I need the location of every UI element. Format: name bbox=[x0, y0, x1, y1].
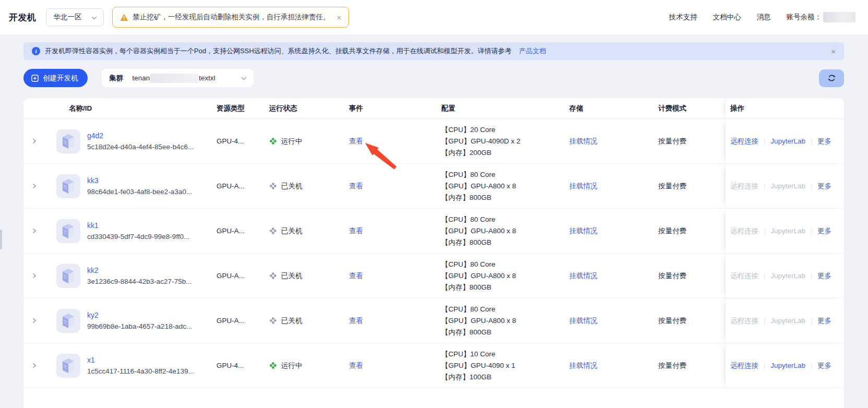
machine-name-link[interactable]: x1 bbox=[87, 356, 194, 364]
view-events-link[interactable]: 查看 bbox=[349, 362, 363, 369]
cluster-filter: 集群 tenan textxl bbox=[102, 69, 254, 87]
config-line: 【内存】800GB bbox=[441, 192, 566, 203]
nav-messages-link[interactable]: 消息 bbox=[757, 13, 771, 22]
config-line: 【CPU】10 Core bbox=[441, 349, 566, 360]
config-cell: 【CPU】80 Core【GPU】GPU-A800 x 8【内存】800GB bbox=[438, 214, 566, 248]
cluster-value-suffix: textxl bbox=[199, 74, 215, 82]
config-line: 【CPU】80 Core bbox=[441, 214, 566, 225]
chevron-down-icon bbox=[241, 74, 247, 82]
config-line: 【GPU】GPU-A800 x 8 bbox=[441, 270, 566, 282]
col-operations: 操作 bbox=[725, 98, 844, 118]
view-events-link[interactable]: 查看 bbox=[349, 317, 363, 325]
machine-icon bbox=[56, 219, 80, 243]
machine-name-link[interactable]: ky2 bbox=[87, 311, 192, 319]
notice-close-icon[interactable]: × bbox=[831, 47, 836, 56]
status-fan-icon bbox=[269, 227, 277, 235]
mount-status-link[interactable]: 挂载情况 bbox=[569, 362, 597, 369]
jupyterlab-link[interactable]: JupyterLab bbox=[770, 137, 805, 145]
machine-name-link[interactable]: kk3 bbox=[87, 176, 192, 185]
col-resource-type: 资源类型 bbox=[211, 104, 266, 113]
devmachine-table-card: 名称/ID 资源类型 运行状态 事件 配置 存储 计费模式 操作 bbox=[23, 98, 844, 408]
machine-name-link[interactable]: g4d2 bbox=[87, 131, 194, 140]
cluster-select[interactable]: tenan textxl bbox=[132, 74, 241, 83]
machine-id: 99b69b8e-1aba-4657-a218-adc... bbox=[87, 322, 192, 330]
config-cell: 【CPU】80 Core【GPU】GPU-A800 x 8【内存】800GB bbox=[438, 259, 566, 293]
more-actions-link[interactable]: 更多 bbox=[817, 182, 831, 191]
run-status: 已关机 bbox=[266, 226, 347, 236]
remote-connect-link[interactable]: 远程连接 bbox=[730, 271, 758, 281]
mount-status-link[interactable]: 挂载情况 bbox=[569, 317, 597, 325]
remote-connect-link[interactable]: 远程连接 bbox=[730, 316, 758, 326]
status-text: 已关机 bbox=[281, 316, 303, 326]
jupyterlab-link[interactable]: JupyterLab bbox=[770, 227, 805, 235]
more-actions-link[interactable]: 更多 bbox=[817, 361, 831, 370]
mount-status-link[interactable]: 挂载情况 bbox=[569, 227, 597, 235]
config-line: 【GPU】GPU-A800 x 8 bbox=[441, 225, 566, 237]
more-actions-link[interactable]: 更多 bbox=[817, 226, 831, 236]
jupyterlab-link[interactable]: JupyterLab bbox=[770, 272, 805, 280]
content-area: i 开发机即弹性容器实例，每个容器实例相当于一个Pod，支持公网SSH远程访问、… bbox=[0, 34, 868, 408]
machine-icon bbox=[56, 129, 80, 153]
machine-id: 98c64de1-fe03-4af8-bee2-a3a0... bbox=[87, 188, 192, 196]
machine-name-link[interactable]: kk2 bbox=[87, 266, 191, 274]
table-row: ky2 99b69b8e-1aba-4657-a218-adc... GPU-A… bbox=[23, 298, 844, 343]
view-events-link[interactable]: 查看 bbox=[349, 182, 363, 190]
topbar: 开发机 华北一区 禁止挖矿，一经发现后自动删除相关实例，自行承担法律责任。 × … bbox=[0, 0, 868, 34]
ops-separator: | bbox=[811, 138, 812, 145]
ops-separator: | bbox=[811, 362, 812, 369]
info-icon: i bbox=[32, 47, 40, 55]
refresh-button[interactable] bbox=[819, 69, 844, 87]
remote-connect-link[interactable]: 远程连接 bbox=[730, 226, 758, 236]
nav-docs-link[interactable]: 文档中心 bbox=[713, 13, 741, 22]
machine-name-link[interactable]: kk1 bbox=[87, 221, 189, 230]
resource-type: GPU-A... bbox=[211, 317, 266, 325]
ops-separator: | bbox=[764, 138, 765, 145]
jupyterlab-link[interactable]: JupyterLab bbox=[770, 182, 805, 190]
remote-connect-link[interactable]: 远程连接 bbox=[730, 182, 758, 191]
remote-connect-link[interactable]: 远程连接 bbox=[730, 361, 758, 370]
mount-status-link[interactable]: 挂载情况 bbox=[569, 182, 597, 190]
machine-id: 1c5cc417-1116-4a30-8ff2-4e139... bbox=[87, 367, 194, 375]
status-text: 已关机 bbox=[281, 182, 303, 191]
ops-separator: | bbox=[811, 227, 812, 235]
view-events-link[interactable]: 查看 bbox=[349, 137, 363, 145]
more-actions-link[interactable]: 更多 bbox=[817, 137, 831, 146]
ops-separator: | bbox=[811, 183, 812, 190]
mount-status-link[interactable]: 挂载情况 bbox=[569, 272, 597, 280]
nav-support-link[interactable]: 技术支持 bbox=[669, 13, 697, 22]
run-status: 已关机 bbox=[266, 316, 347, 326]
machine-icon bbox=[56, 309, 80, 333]
view-events-link[interactable]: 查看 bbox=[349, 227, 363, 235]
more-actions-link[interactable]: 更多 bbox=[817, 271, 831, 281]
expand-row-button[interactable] bbox=[29, 271, 39, 281]
warning-close-icon[interactable]: × bbox=[337, 13, 342, 22]
create-devmachine-button[interactable]: 创建开发机 bbox=[23, 69, 88, 87]
product-doc-link[interactable]: 产品文档 bbox=[519, 46, 546, 56]
billing-mode: 按量付费 bbox=[652, 182, 725, 191]
expand-row-button[interactable] bbox=[29, 181, 39, 191]
status-text: 运行中 bbox=[281, 137, 303, 146]
remote-connect-link[interactable]: 远程连接 bbox=[730, 137, 758, 146]
expand-row-button[interactable] bbox=[29, 361, 39, 370]
jupyterlab-link[interactable]: JupyterLab bbox=[770, 362, 805, 369]
machine-id: cd330439-5df7-4dc9-99e8-9ff0... bbox=[87, 233, 189, 241]
expand-row-button[interactable] bbox=[29, 226, 39, 236]
config-line: 【内存】800GB bbox=[441, 327, 566, 338]
resource-type: GPU-A... bbox=[211, 227, 266, 235]
machine-icon bbox=[56, 264, 80, 288]
cluster-value-prefix: tenan bbox=[132, 74, 150, 82]
left-scrollbar-thumb[interactable] bbox=[0, 230, 2, 249]
operations-cell: 远程连接 | JupyterLab | 更多 bbox=[725, 298, 844, 343]
expand-row-button[interactable] bbox=[29, 316, 39, 326]
jupyterlab-link[interactable]: JupyterLab bbox=[770, 317, 805, 325]
region-select[interactable]: 华北一区 bbox=[46, 8, 104, 26]
more-actions-link[interactable]: 更多 bbox=[817, 316, 831, 326]
table-row: kk2 3e1236c9-8844-42b3-ac27-75b... GPU-A… bbox=[23, 254, 844, 298]
col-event: 事件 bbox=[347, 104, 438, 113]
config-line: 【GPU】GPU-4090D x 2 bbox=[441, 136, 566, 147]
expand-row-button[interactable] bbox=[29, 136, 39, 146]
config-cell: 【CPU】80 Core【GPU】GPU-A800 x 8【内存】800GB bbox=[438, 169, 566, 203]
mount-status-link[interactable]: 挂载情况 bbox=[569, 137, 597, 145]
warning-icon bbox=[120, 14, 128, 21]
view-events-link[interactable]: 查看 bbox=[349, 272, 363, 280]
